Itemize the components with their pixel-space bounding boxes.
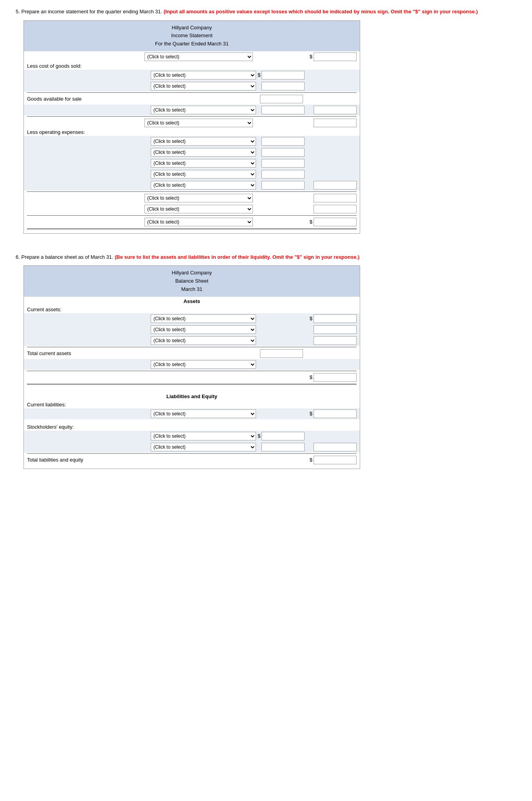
balance-input-total-current[interactable]: [260, 349, 303, 358]
income-col2-goods-s: [308, 106, 357, 114]
divider-income: [27, 215, 357, 216]
income-row-cogs-1: (Click to select) $: [24, 70, 360, 81]
question-6-text: 6. Prepare a balance sheet as of March 3…: [16, 253, 516, 261]
balance-select-asset-extra[interactable]: (Click to select): [151, 360, 256, 369]
income-input-goods-s[interactable]: [261, 106, 305, 114]
balance-select-asset-3[interactable]: (Click to select): [151, 336, 256, 345]
balance-col1-equity2: [256, 443, 305, 451]
divider-equity: [27, 453, 357, 454]
balance-input-equity2[interactable]: [261, 443, 305, 451]
income-input-gross[interactable]: [314, 119, 357, 127]
income-row-net: (Click to select) $: [24, 216, 360, 227]
income-select-op-2[interactable]: (Click to select): [151, 148, 256, 157]
balance-input-asset1[interactable]: [314, 314, 357, 323]
balance-input-equity1[interactable]: [261, 432, 305, 440]
income-select-cogs-1[interactable]: (Click to select): [151, 71, 256, 79]
balance-header-line2: Balance Sheet: [25, 277, 358, 285]
balance-col1-total-current: [253, 349, 303, 358]
income-col1-cogs1: $: [256, 71, 305, 79]
income-input-op5b[interactable]: [314, 181, 357, 189]
balance-header-line1: Hillyard Company: [25, 269, 358, 277]
income-input-op5[interactable]: [261, 181, 305, 189]
balance-select-liab-1[interactable]: (Click to select): [151, 410, 256, 418]
balance-row-equity-2: (Click to select): [24, 442, 360, 453]
balance-col2-equity2: [308, 443, 357, 451]
income-input-op4[interactable]: [261, 170, 305, 179]
income-input-goods[interactable]: [260, 95, 303, 103]
balance-input-asset2[interactable]: [314, 325, 357, 334]
income-row-cogs-2: (Click to select): [24, 81, 360, 92]
income-input-1[interactable]: [314, 52, 357, 61]
divider-op: [27, 191, 357, 192]
income-header-line3: For the Quarter Ended March 31: [25, 40, 358, 48]
question-5-instruction: (Input all amounts as positive values ex…: [164, 9, 478, 14]
dollar-sign-asset1: $: [310, 316, 312, 321]
income-select-goods[interactable]: (Click to select): [151, 106, 256, 114]
dollar-sign-liab1: $: [310, 411, 312, 417]
income-input-op2[interactable]: [261, 148, 305, 157]
income-row-op-2: (Click to select): [24, 147, 360, 158]
question-6-main: Prepare a balance sheet as of March 31.: [21, 254, 113, 260]
income-col2-net: $: [306, 218, 357, 226]
income-select-income-ops-1[interactable]: (Click to select): [144, 194, 253, 202]
balance-input-liab1[interactable]: [314, 410, 357, 418]
income-col2-op5: [308, 181, 357, 189]
question-6-number: 6.: [16, 254, 20, 260]
income-col1-goods-s: [256, 106, 305, 114]
income-input-cogs1[interactable]: [261, 71, 305, 79]
income-row-income-ops-2: (Click to select): [24, 204, 360, 215]
income-col1-cogs2: [256, 82, 305, 90]
income-row-op-3: (Click to select): [24, 158, 360, 169]
liabilities-section-header: Liabilities and Equity: [24, 392, 360, 401]
income-input-income-ops1[interactable]: [314, 194, 357, 202]
balance-select-equity-2[interactable]: (Click to select): [151, 443, 256, 451]
income-input-goods-s2[interactable]: [314, 106, 357, 114]
income-select-cogs-2[interactable]: (Click to select): [151, 82, 256, 90]
income-col1-goods: [253, 95, 303, 103]
goods-available-label: Goods available for sale: [27, 96, 144, 102]
less-cogs-label: Less cost of goods sold:: [24, 62, 360, 70]
balance-row-equity-1: (Click to select) $: [24, 431, 360, 442]
income-select-1[interactable]: (Click to select): [144, 52, 253, 61]
balance-header-line3: March 31: [25, 285, 358, 294]
balance-select-asset-1[interactable]: (Click to select): [151, 314, 256, 323]
income-col1-op5: [256, 181, 305, 189]
question-5: 5. Prepare an income statement for the q…: [16, 8, 516, 234]
income-input-income-ops2[interactable]: [314, 205, 357, 213]
balance-row-total-assets: $: [24, 372, 360, 383]
income-col2-income-ops1: [306, 194, 357, 202]
less-op-label: Less operating expenses:: [24, 128, 360, 136]
income-input-op3[interactable]: [261, 159, 305, 168]
income-select-op-5[interactable]: (Click to select): [151, 181, 256, 189]
balance-input-asset3[interactable]: [314, 336, 357, 345]
income-col1-op3: [256, 159, 305, 168]
income-select-op-1[interactable]: (Click to select): [151, 137, 256, 146]
income-input-net[interactable]: [314, 218, 357, 226]
income-col1-op2: [256, 148, 305, 157]
income-select-op-3[interactable]: (Click to select): [151, 159, 256, 168]
income-select-net[interactable]: (Click to select): [144, 218, 253, 226]
income-header-line2: Income Statement: [25, 32, 358, 40]
balance-col2-total-assets: $: [306, 373, 357, 382]
income-input-op1[interactable]: [261, 137, 305, 146]
income-col1-op1: [256, 137, 305, 146]
stockholders-equity-label: Stockholders' equity:: [24, 423, 360, 431]
balance-input-equity2b[interactable]: [314, 443, 357, 451]
divider-total-assets: [27, 371, 357, 371]
balance-col2-liab1: $: [308, 410, 357, 418]
dollar-sign-equity1: $: [258, 433, 260, 439]
dollar-sign-1: $: [310, 54, 312, 60]
balance-input-total-liab-equity[interactable]: [314, 456, 357, 464]
balance-sheet-table: Hillyard Company Balance Sheet March 31 …: [23, 265, 360, 469]
balance-sheet-header: Hillyard Company Balance Sheet March 31: [24, 266, 360, 296]
income-select-income-ops-2[interactable]: (Click to select): [144, 205, 253, 213]
income-input-cogs2[interactable]: [261, 82, 305, 90]
balance-input-total-assets[interactable]: [314, 373, 357, 382]
balance-select-asset-2[interactable]: (Click to select): [151, 325, 256, 334]
income-select-gross[interactable]: (Click to select): [144, 119, 253, 127]
dollar-sign-net: $: [310, 219, 312, 225]
income-row-income-ops-1: (Click to select): [24, 193, 360, 204]
question-6-instruction: (Be sure to list the assets and liabilit…: [115, 254, 359, 260]
balance-select-equity-1[interactable]: (Click to select): [151, 432, 256, 440]
income-select-op-4[interactable]: (Click to select): [151, 170, 256, 179]
